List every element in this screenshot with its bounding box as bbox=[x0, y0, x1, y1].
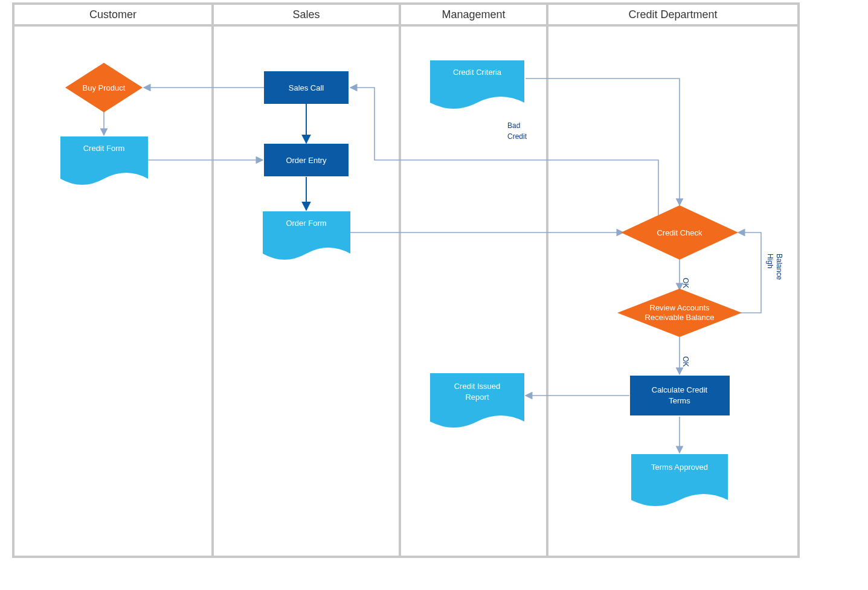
label-calc-terms-1: Calculate Credit bbox=[652, 385, 708, 394]
label-bad-credit-1: Bad bbox=[507, 121, 520, 130]
lane-header-credit: Credit Department bbox=[628, 8, 717, 21]
node-sales-call: Sales Call bbox=[264, 71, 349, 104]
node-credit-form: Credit Form bbox=[60, 136, 148, 185]
lane-header-sales: Sales bbox=[292, 8, 320, 21]
label-credit-criteria: Credit Criteria bbox=[453, 68, 502, 77]
label-review-ar-2: Receivable Balance bbox=[645, 313, 715, 322]
node-credit-issued-report: Credit Issued Report bbox=[430, 373, 524, 428]
swimlane-flowchart: Customer Sales Management Credit Departm… bbox=[0, 0, 868, 590]
label-order-form: Order Form bbox=[286, 219, 326, 228]
node-terms-approved: Terms Approved bbox=[631, 454, 728, 506]
edge-creditcriteria-creditcheck bbox=[526, 79, 680, 205]
label-high-1: High bbox=[766, 254, 774, 269]
label-credit-issued-2: Report bbox=[465, 393, 489, 402]
label-credit-issued-1: Credit Issued bbox=[454, 382, 501, 391]
label-ok-2: OK bbox=[681, 356, 690, 367]
label-credit-form: Credit Form bbox=[83, 144, 125, 153]
label-high-2: Balance bbox=[775, 254, 783, 280]
edge-labels: Bad Credit OK OK High Balance bbox=[507, 121, 783, 367]
label-order-entry: Order Entry bbox=[286, 156, 327, 165]
edge-reviewar-highbalance bbox=[738, 232, 761, 313]
label-terms-approved: Terms Approved bbox=[651, 463, 708, 472]
label-ok-1: OK bbox=[681, 278, 690, 288]
node-calc-terms: Calculate Credit Terms bbox=[630, 376, 730, 415]
label-review-ar-1: Review Accounts bbox=[650, 303, 710, 312]
lane-header-customer: Customer bbox=[89, 8, 137, 21]
node-credit-check: Credit Check bbox=[621, 205, 738, 260]
lane-header-management: Management bbox=[442, 8, 505, 21]
label-buy-product: Buy Product bbox=[83, 83, 126, 92]
label-credit-check: Credit Check bbox=[657, 228, 702, 237]
label-calc-terms-2: Terms bbox=[669, 396, 690, 405]
svg-rect-10 bbox=[630, 376, 730, 415]
node-order-form: Order Form bbox=[263, 211, 350, 260]
label-sales-call: Sales Call bbox=[289, 83, 324, 92]
edge-creditcheck-badcredit bbox=[350, 88, 658, 217]
node-buy-product: Buy Product bbox=[65, 63, 143, 112]
node-review-ar: Review Accounts Receivable Balance bbox=[617, 289, 742, 337]
node-credit-criteria: Credit Criteria bbox=[430, 60, 524, 109]
label-bad-credit-2: Credit bbox=[507, 132, 527, 141]
node-order-entry: Order Entry bbox=[264, 144, 349, 176]
